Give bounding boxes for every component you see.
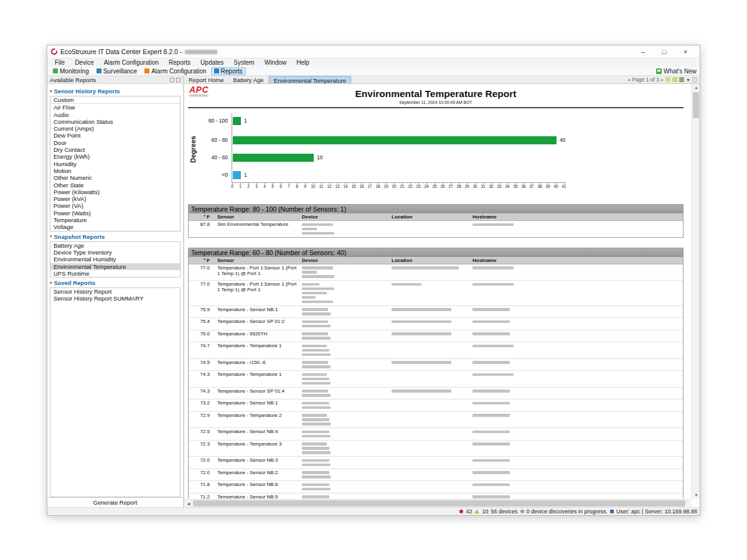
detach-view-icon[interactable] bbox=[692, 77, 697, 82]
perspective-reports[interactable]: Reports bbox=[211, 67, 246, 75]
prev-page-icon[interactable]: ◂ bbox=[627, 77, 630, 83]
chart-category-label: <0 bbox=[190, 171, 228, 179]
list-item-communication-status[interactable]: Communication Status bbox=[50, 118, 180, 125]
table-row: 77.0Temperature - Port 1:Sensor 1 (Port … bbox=[189, 264, 683, 281]
list-item-sensor-history-report[interactable]: Sensor History Report bbox=[50, 288, 180, 295]
vertical-scrollbar[interactable]: ▲ ▼ bbox=[692, 84, 700, 499]
whats-new-icon bbox=[656, 68, 662, 74]
menu-item-help[interactable]: Help bbox=[291, 59, 314, 66]
list-item-other-state[interactable]: Other State bbox=[50, 182, 180, 189]
print-icon[interactable] bbox=[679, 77, 684, 82]
redacted-text bbox=[392, 361, 451, 364]
redacted-text bbox=[302, 228, 317, 231]
x-tick-label: 19 bbox=[382, 184, 390, 189]
maximize-button[interactable]: □ bbox=[654, 46, 675, 57]
tab-battery-age[interactable]: Battery Age bbox=[229, 76, 269, 83]
menu-item-system[interactable]: System bbox=[228, 59, 259, 66]
minimize-button[interactable]: – bbox=[632, 46, 654, 57]
list-item-dry-contact[interactable]: Dry Contact bbox=[50, 146, 180, 153]
menu-item-device[interactable]: Device bbox=[70, 59, 99, 66]
report-options-dropdown-icon[interactable]: ▼ bbox=[686, 78, 690, 82]
menu-item-file[interactable]: File bbox=[50, 59, 70, 66]
section-header-sensor-history-reports[interactable]: ▾Sensor History Reports bbox=[50, 88, 181, 95]
chart-bar-80-100 bbox=[233, 117, 241, 125]
list-item-other-numeric[interactable]: Other Numeric bbox=[50, 174, 180, 181]
table-gap bbox=[188, 238, 684, 239]
list-item-humidity[interactable]: Humidity bbox=[50, 161, 180, 167]
cell-location bbox=[389, 306, 470, 318]
x-tick-label: 34 bbox=[503, 184, 512, 189]
list-item-sensor-history-report-summary[interactable]: Sensor History Report SUMMARY bbox=[50, 295, 180, 302]
scroll-down-icon[interactable]: ▼ bbox=[692, 492, 700, 499]
cell-hostname bbox=[470, 493, 683, 499]
panel-minimize-icon[interactable] bbox=[170, 78, 174, 82]
list-item-environmental-humidity[interactable]: Environmental Humidity bbox=[50, 256, 180, 263]
scroll-left-icon[interactable]: ◀ bbox=[185, 500, 192, 508]
list-item-voltage[interactable]: Voltage bbox=[50, 223, 180, 230]
menu-item-updates[interactable]: Updates bbox=[195, 59, 228, 66]
cell-location bbox=[389, 342, 470, 358]
cell-sensor: Temperature - Sensor SP 01:4 bbox=[215, 388, 299, 399]
report-pager: ◂ Page 1 of 3 ▸ ▼ bbox=[627, 76, 700, 83]
redacted-text bbox=[392, 320, 451, 324]
warning-alarms-count: 10 bbox=[482, 508, 488, 515]
list-item-device-type-inventory[interactable]: Device Type Inventory bbox=[50, 249, 180, 256]
list-item-custom[interactable]: Custom bbox=[50, 96, 180, 104]
list-item-environmental-temperature[interactable]: Environmental Temperature bbox=[50, 263, 180, 270]
list-item-air-flow[interactable]: Air Flow bbox=[50, 104, 180, 111]
cell-device bbox=[299, 388, 389, 399]
section-header-snapshot-reports[interactable]: ▾Snapshot Reports bbox=[50, 233, 181, 240]
list-item-audio[interactable]: Audio bbox=[50, 111, 180, 118]
list-item-power-kilowatts[interactable]: Power (Kilowatts) bbox=[50, 189, 180, 195]
redacted-text bbox=[302, 301, 333, 304]
perspective-surveillance[interactable]: Surveillance bbox=[93, 67, 140, 75]
section-header-saved-reports[interactable]: ▾Saved Reports bbox=[50, 279, 181, 286]
cell-temperature: 72.0 bbox=[189, 457, 215, 469]
panel-maximize-icon[interactable] bbox=[176, 78, 181, 82]
list-item-power-watts[interactable]: Power (Watts) bbox=[50, 210, 180, 217]
close-button[interactable]: × bbox=[675, 46, 696, 57]
list-item-energy-kwh[interactable]: Energy (kWh) bbox=[50, 153, 180, 160]
menu-item-alarm-configuration[interactable]: Alarm Configuration bbox=[99, 59, 164, 66]
menu-item-reports[interactable]: Reports bbox=[164, 59, 195, 66]
list-item-power-kva[interactable]: Power (kVA) bbox=[50, 195, 180, 202]
horizontal-scroll-thumb[interactable] bbox=[193, 500, 685, 506]
list-item-temperature[interactable]: Temperature bbox=[50, 217, 180, 223]
cell-temperature: 77.0 bbox=[189, 281, 215, 306]
generate-report-button[interactable]: Generate Report bbox=[47, 497, 183, 507]
x-tick-label: 29 bbox=[463, 184, 471, 189]
list-item-dew-point[interactable]: Dew Point bbox=[50, 132, 180, 139]
redacted-text bbox=[302, 459, 329, 462]
save-report-icon[interactable] bbox=[672, 77, 677, 82]
horizontal-scrollbar[interactable]: ◀ bbox=[184, 499, 692, 507]
list-item-battery-age[interactable]: Battery Age bbox=[50, 242, 180, 249]
perspective-alarm-configuration[interactable]: Alarm Configuration bbox=[141, 67, 209, 75]
list-item-motion[interactable]: Motion bbox=[50, 167, 180, 174]
whats-new-button[interactable]: What's New bbox=[656, 68, 700, 75]
list-item-current-amps[interactable]: Current (Amps) bbox=[50, 125, 180, 132]
list-saved-reports: Sensor History ReportSensor History Repo… bbox=[50, 287, 181, 497]
next-page-icon[interactable]: ▸ bbox=[661, 77, 664, 83]
list-item-ups-runtime[interactable]: UPS Runtime bbox=[50, 270, 180, 277]
redacted-text bbox=[302, 296, 316, 299]
menu-item-window[interactable]: Window bbox=[260, 59, 292, 66]
perspective-monitoring[interactable]: Monitoring bbox=[50, 67, 92, 75]
cell-temperature: 74.5 bbox=[189, 359, 215, 371]
scroll-up-icon[interactable]: ▲ bbox=[692, 84, 700, 91]
cell-location bbox=[389, 428, 470, 440]
cell-location bbox=[389, 457, 470, 469]
critical-alarms-count: 42 bbox=[466, 508, 472, 515]
x-tick-label: 4 bbox=[260, 184, 269, 189]
vertical-scroll-thumb[interactable] bbox=[693, 92, 699, 118]
tab-environmental-temperature[interactable]: Environmental Temperature bbox=[269, 76, 352, 83]
tab-report-home[interactable]: Report Home bbox=[184, 76, 229, 83]
perspective-toolbar: MonitoringSurveillanceAlarm Configuratio… bbox=[47, 67, 700, 76]
redacted-text bbox=[302, 361, 328, 364]
warning-alarms-icon bbox=[474, 510, 479, 513]
cell-temperature: 71.2 bbox=[189, 493, 215, 499]
list-item-power-va[interactable]: Power (VA) bbox=[50, 202, 180, 209]
export-icon[interactable] bbox=[665, 77, 670, 82]
table-range-header: Temperature Range: 60 - 80 (Number of Se… bbox=[189, 248, 683, 257]
redacted-text bbox=[302, 402, 329, 405]
list-item-door[interactable]: Door bbox=[50, 139, 180, 146]
